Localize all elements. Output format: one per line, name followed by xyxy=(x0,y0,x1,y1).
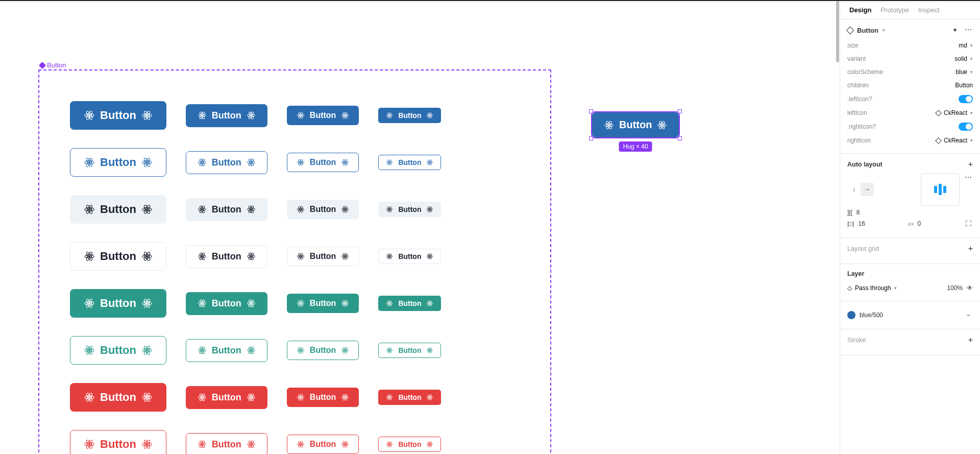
svg-point-152 xyxy=(389,303,390,304)
button-variant[interactable]: Button xyxy=(70,289,166,318)
prop-children-value[interactable]: Button xyxy=(955,82,973,89)
button-variant[interactable]: Button xyxy=(378,108,441,123)
button-variant[interactable]: Button xyxy=(186,198,267,221)
button-variant[interactable]: Button xyxy=(186,245,267,268)
prop-righticonq-toggle[interactable] xyxy=(959,123,973,131)
react-icon xyxy=(84,157,95,168)
frame-label-text: Button xyxy=(47,61,66,69)
button-variant[interactable]: Button xyxy=(186,339,267,362)
button-variant[interactable]: Button xyxy=(378,202,441,217)
component-icon xyxy=(39,61,46,68)
prop-colorscheme-value[interactable]: blue▾ xyxy=(955,68,973,76)
canvas-scrollbar[interactable] xyxy=(836,1,840,454)
autolayout-add-icon[interactable]: + xyxy=(968,160,973,169)
layoutgrid-add-icon[interactable]: + xyxy=(968,244,973,253)
svg-point-184 xyxy=(389,350,390,351)
button-variant[interactable]: Button xyxy=(287,341,359,360)
prop-size-label: size xyxy=(847,42,858,49)
button-variant[interactable]: Button xyxy=(186,433,267,455)
button-variant[interactable]: Button xyxy=(287,200,359,219)
button-variant[interactable]: Button xyxy=(186,386,267,409)
react-icon xyxy=(198,158,207,167)
button-label: Button xyxy=(398,346,421,354)
direction-vertical-icon[interactable]: ↓ xyxy=(847,183,861,196)
react-icon xyxy=(426,253,433,260)
layer-title: Layer xyxy=(847,270,864,277)
react-icon xyxy=(247,158,256,167)
svg-point-240 xyxy=(300,444,302,445)
button-variant[interactable]: Button xyxy=(287,435,359,454)
button-label: Button xyxy=(310,158,336,167)
tab-prototype[interactable]: Prototype xyxy=(880,6,909,14)
prop-lefticonq-toggle[interactable] xyxy=(959,95,973,103)
canvas[interactable]: Button ButtonButtonButtonButtonButtonBut… xyxy=(0,1,840,454)
button-variant[interactable]: Button xyxy=(186,104,267,127)
autolayout-hpadding-input[interactable]: |□| 16 xyxy=(847,220,865,227)
svg-point-140 xyxy=(250,303,252,304)
fill-label[interactable]: blue/500 xyxy=(860,312,883,319)
chevron-down-icon[interactable]: ▾ xyxy=(883,28,885,33)
svg-point-68 xyxy=(146,208,148,210)
layer-blend-mode[interactable]: ◇ Pass through ▾ xyxy=(847,284,897,292)
button-variant[interactable]: Button xyxy=(378,249,441,264)
autolayout-vpadding-input[interactable]: ▭ 0 xyxy=(908,220,921,227)
button-variant[interactable]: Button xyxy=(287,294,359,313)
visibility-icon[interactable]: 👁 xyxy=(967,284,973,292)
button-variant[interactable]: Button xyxy=(186,151,267,174)
prop-righticon-value[interactable]: CkReact▾ xyxy=(936,137,973,144)
autolayout-gap-input[interactable]: ]|[ 8 xyxy=(847,209,860,216)
component-name[interactable]: Button xyxy=(857,27,878,34)
padding-expand-icon[interactable]: ⛶ xyxy=(964,219,973,228)
button-label: Button xyxy=(100,250,136,263)
react-icon xyxy=(297,299,305,307)
button-row: ButtonButtonButtonButton xyxy=(70,195,520,224)
button-variant[interactable]: Button xyxy=(378,390,441,405)
button-variant[interactable]: Button xyxy=(378,296,441,311)
autolayout-direction[interactable]: ↓ → xyxy=(847,183,874,196)
react-icon xyxy=(386,159,393,166)
component-frame-label[interactable]: Button xyxy=(40,61,66,69)
tab-inspect[interactable]: Inspect xyxy=(918,6,940,14)
button-instance[interactable]: Button xyxy=(592,112,679,137)
svg-point-100 xyxy=(146,255,148,257)
fill-swatch[interactable] xyxy=(847,311,855,319)
button-variant[interactable]: Button xyxy=(186,292,267,315)
button-variant[interactable]: Button xyxy=(70,101,166,130)
button-variant[interactable]: Button xyxy=(70,242,166,271)
button-variant[interactable]: Button xyxy=(70,336,166,365)
button-variant[interactable]: Button xyxy=(70,195,166,224)
react-icon xyxy=(297,393,305,401)
svg-point-48 xyxy=(300,162,302,163)
swap-instance-icon[interactable]: ✦ xyxy=(950,26,960,35)
component-frame[interactable]: ButtonButtonButtonButtonButtonButtonButt… xyxy=(38,69,551,454)
button-variant[interactable]: Button xyxy=(70,148,166,177)
layer-opacity[interactable]: 100% xyxy=(947,284,963,292)
svg-point-96 xyxy=(88,255,90,257)
button-label: Button xyxy=(619,119,652,131)
button-variant[interactable]: Button xyxy=(70,430,166,454)
stroke-add-icon[interactable]: + xyxy=(968,336,973,345)
prop-lefticon-value[interactable]: CkReact▾ xyxy=(936,109,973,116)
button-variant[interactable]: Button xyxy=(287,153,359,172)
button-variant[interactable]: Button xyxy=(287,247,359,266)
button-variant[interactable]: Button xyxy=(378,343,441,358)
direction-horizontal-icon[interactable]: → xyxy=(861,183,874,196)
more-icon[interactable]: ⋯ xyxy=(965,26,973,35)
button-label: Button xyxy=(212,204,241,215)
button-variant[interactable]: Button xyxy=(287,106,359,125)
tab-design[interactable]: Design xyxy=(849,6,871,14)
prop-variant-value[interactable]: solid▾ xyxy=(954,55,973,62)
autolayout-more-icon[interactable]: ⋯ xyxy=(965,173,973,181)
selected-instance[interactable]: Button Hug × 40 xyxy=(592,112,679,137)
prop-righticonq-label: .rightIcon? xyxy=(847,123,876,130)
button-variant[interactable]: Button xyxy=(70,383,166,412)
button-variant[interactable]: Button xyxy=(378,155,441,170)
svg-point-104 xyxy=(201,256,203,257)
svg-point-0 xyxy=(88,114,90,116)
button-variant[interactable]: Button xyxy=(378,437,441,452)
autolayout-alignment-box[interactable] xyxy=(921,173,960,206)
prop-size-value[interactable]: md▾ xyxy=(959,42,973,49)
fill-remove-icon[interactable]: − xyxy=(964,310,973,320)
button-variant[interactable]: Button xyxy=(287,388,359,407)
react-icon xyxy=(84,345,95,356)
